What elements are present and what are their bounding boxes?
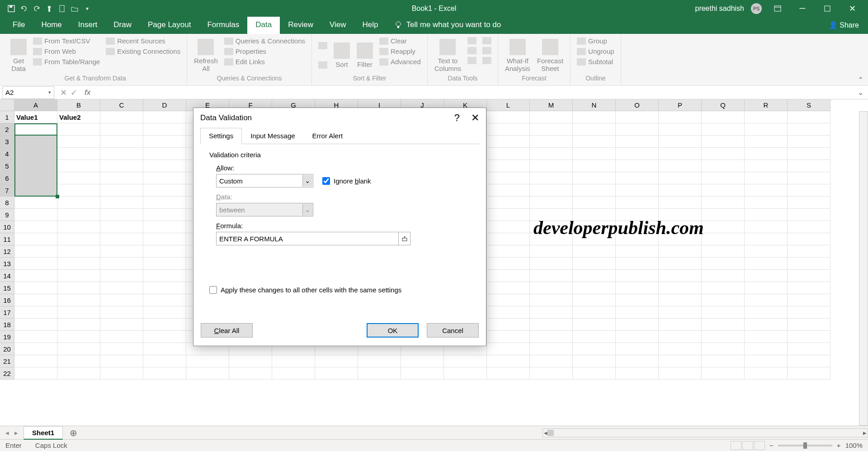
cell[interactable] bbox=[14, 343, 57, 355]
flash-fill-button[interactable] bbox=[466, 36, 478, 45]
tab-insert[interactable]: Insert bbox=[70, 16, 106, 34]
cell[interactable]: Value2 bbox=[57, 111, 100, 123]
cell[interactable] bbox=[616, 111, 659, 123]
cell[interactable] bbox=[487, 123, 530, 136]
cell[interactable] bbox=[444, 367, 487, 380]
cell[interactable] bbox=[788, 319, 830, 331]
cell[interactable] bbox=[659, 343, 702, 355]
sort-asc-button[interactable] bbox=[316, 41, 329, 50]
cell[interactable] bbox=[788, 160, 830, 172]
cell[interactable] bbox=[100, 123, 143, 136]
queries-connections-button[interactable]: Queries & Connections bbox=[222, 36, 307, 46]
scroll-right-icon[interactable]: ▸ bbox=[863, 429, 867, 437]
cell[interactable] bbox=[788, 184, 830, 197]
cell[interactable] bbox=[659, 355, 702, 367]
column-header[interactable]: B bbox=[57, 99, 100, 111]
cell[interactable] bbox=[659, 331, 702, 343]
cell[interactable] bbox=[14, 319, 57, 331]
cell[interactable] bbox=[788, 136, 830, 148]
cell[interactable] bbox=[702, 282, 745, 294]
cell[interactable] bbox=[788, 355, 830, 367]
column-header[interactable]: M bbox=[530, 99, 573, 111]
cell[interactable] bbox=[143, 331, 186, 343]
cell[interactable] bbox=[57, 367, 100, 380]
cell[interactable] bbox=[530, 136, 573, 148]
column-header[interactable]: Q bbox=[702, 99, 745, 111]
cell[interactable] bbox=[100, 233, 143, 245]
tell-me-search[interactable]: Tell me what you want to do bbox=[386, 16, 509, 34]
user-avatar[interactable]: PS bbox=[751, 3, 762, 14]
cell[interactable] bbox=[530, 123, 573, 136]
new-file-icon[interactable] bbox=[57, 4, 66, 13]
cell[interactable] bbox=[272, 355, 315, 367]
cell[interactable] bbox=[702, 367, 745, 380]
cell[interactable] bbox=[573, 319, 616, 331]
cell[interactable] bbox=[530, 319, 573, 331]
cell[interactable] bbox=[487, 160, 530, 172]
row-header[interactable]: 14 bbox=[0, 270, 14, 282]
cell[interactable] bbox=[487, 343, 530, 355]
expand-formula-bar-icon[interactable]: ⌄ bbox=[853, 88, 868, 97]
recent-sources-button[interactable]: Recent Sources bbox=[104, 36, 182, 46]
cell[interactable] bbox=[100, 343, 143, 355]
cell[interactable] bbox=[745, 367, 788, 380]
cell[interactable] bbox=[100, 245, 143, 258]
cell[interactable] bbox=[143, 123, 186, 136]
cell[interactable] bbox=[487, 258, 530, 270]
tab-formulas[interactable]: Formulas bbox=[199, 16, 247, 34]
cell[interactable] bbox=[530, 197, 573, 209]
cell[interactable] bbox=[14, 294, 57, 306]
cell[interactable] bbox=[143, 148, 186, 160]
cell[interactable] bbox=[57, 270, 100, 282]
cell[interactable] bbox=[745, 294, 788, 306]
cancel-formula-icon[interactable]: ✕ bbox=[60, 88, 67, 98]
cell[interactable] bbox=[573, 306, 616, 319]
cell[interactable] bbox=[100, 111, 143, 123]
cell[interactable] bbox=[745, 233, 788, 245]
collapse-ribbon-icon[interactable]: ⌃ bbox=[858, 76, 863, 83]
cell[interactable] bbox=[702, 245, 745, 258]
cell[interactable] bbox=[788, 221, 830, 233]
cell[interactable] bbox=[57, 245, 100, 258]
cell[interactable] bbox=[100, 197, 143, 209]
cell[interactable] bbox=[100, 160, 143, 172]
cell[interactable] bbox=[143, 160, 186, 172]
ungroup-button[interactable]: Ungroup bbox=[575, 47, 616, 56]
cell[interactable] bbox=[143, 172, 186, 184]
cell[interactable] bbox=[530, 306, 573, 319]
row-header[interactable]: 1 bbox=[0, 111, 14, 123]
from-table-range-button[interactable]: From Table/Range bbox=[31, 57, 102, 66]
page-layout-view-icon[interactable] bbox=[742, 441, 753, 450]
cell[interactable] bbox=[57, 331, 100, 343]
cell[interactable] bbox=[659, 111, 702, 123]
cell[interactable] bbox=[143, 221, 186, 233]
cell[interactable] bbox=[100, 306, 143, 319]
allow-select[interactable]: Custom ⌄ bbox=[216, 174, 313, 188]
edit-links-button[interactable]: Edit Links bbox=[222, 57, 307, 66]
tab-help[interactable]: Help bbox=[354, 16, 387, 34]
cell[interactable] bbox=[100, 172, 143, 184]
cell[interactable] bbox=[659, 136, 702, 148]
name-box[interactable]: A2 ▾ bbox=[2, 86, 54, 99]
cell[interactable] bbox=[745, 111, 788, 123]
cell[interactable] bbox=[573, 270, 616, 282]
cell[interactable] bbox=[616, 270, 659, 282]
cell[interactable] bbox=[659, 319, 702, 331]
cell[interactable] bbox=[530, 160, 573, 172]
cell[interactable] bbox=[616, 306, 659, 319]
cell[interactable] bbox=[659, 184, 702, 197]
relationships-button[interactable] bbox=[481, 46, 493, 55]
column-header[interactable]: P bbox=[659, 99, 702, 111]
cell[interactable] bbox=[702, 270, 745, 282]
row-header[interactable]: 2 bbox=[0, 123, 14, 136]
cell[interactable] bbox=[573, 294, 616, 306]
cell[interactable] bbox=[702, 136, 745, 148]
cell[interactable] bbox=[530, 270, 573, 282]
row-header[interactable]: 11 bbox=[0, 233, 14, 245]
cell[interactable] bbox=[57, 306, 100, 319]
cell[interactable] bbox=[745, 306, 788, 319]
cell[interactable] bbox=[143, 233, 186, 245]
existing-connections-button[interactable]: Existing Connections bbox=[104, 47, 182, 56]
cell[interactable] bbox=[14, 209, 57, 221]
cell[interactable] bbox=[57, 209, 100, 221]
